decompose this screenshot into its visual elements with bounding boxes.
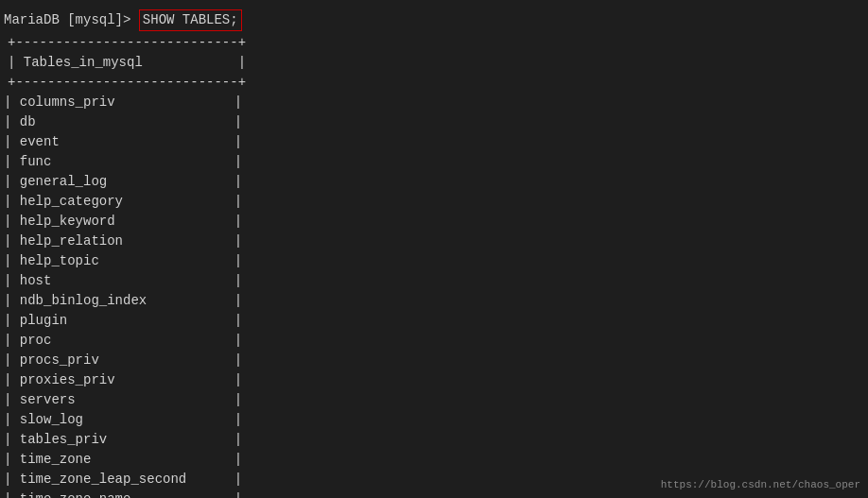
table-row: | func |: [0, 152, 868, 172]
command-text: SHOW TABLES;: [139, 9, 242, 31]
table-row: | tables_priv |: [0, 430, 868, 450]
table-row: | general_log |: [0, 172, 868, 192]
table-row: | host |: [0, 271, 868, 291]
watermark: https://blog.csdn.net/chaos_oper: [661, 479, 860, 490]
table-row: | help_relation |: [0, 232, 868, 251]
table-row: | help_category |: [0, 192, 868, 212]
table-rows: | columns_priv || db || event || func ||…: [0, 93, 868, 498]
table-row: | help_topic |: [0, 251, 868, 271]
table-row: | procs_priv |: [0, 351, 868, 370]
table-output: +----------------------------+ | Tables_…: [0, 33, 868, 93]
table-row: | slow_log |: [0, 410, 868, 430]
separator-header: +----------------------------+: [4, 73, 864, 93]
table-row: | servers |: [0, 390, 868, 410]
table-row: | time_zone |: [0, 450, 868, 470]
table-row: | time_zone_name |: [0, 489, 868, 498]
table-row: | help_keyword |: [0, 212, 868, 232]
table-row: | columns_priv |: [0, 93, 868, 112]
prompt-line: MariaDB [mysql]> SHOW TABLES;: [0, 8, 868, 33]
table-row: | event |: [0, 132, 868, 152]
terminal-window: MariaDB [mysql]> SHOW TABLES; +---------…: [0, 0, 868, 498]
table-row: | db |: [0, 112, 868, 132]
prompt-text: MariaDB [mysql]>: [4, 10, 139, 30]
table-header: | Tables_in_mysql |: [4, 53, 864, 73]
separator-top: +----------------------------+: [4, 33, 864, 53]
table-row: | plugin |: [0, 311, 868, 331]
table-row: | ndb_binlog_index |: [0, 291, 868, 311]
table-row: | proxies_priv |: [0, 370, 868, 390]
table-row: | proc |: [0, 331, 868, 351]
